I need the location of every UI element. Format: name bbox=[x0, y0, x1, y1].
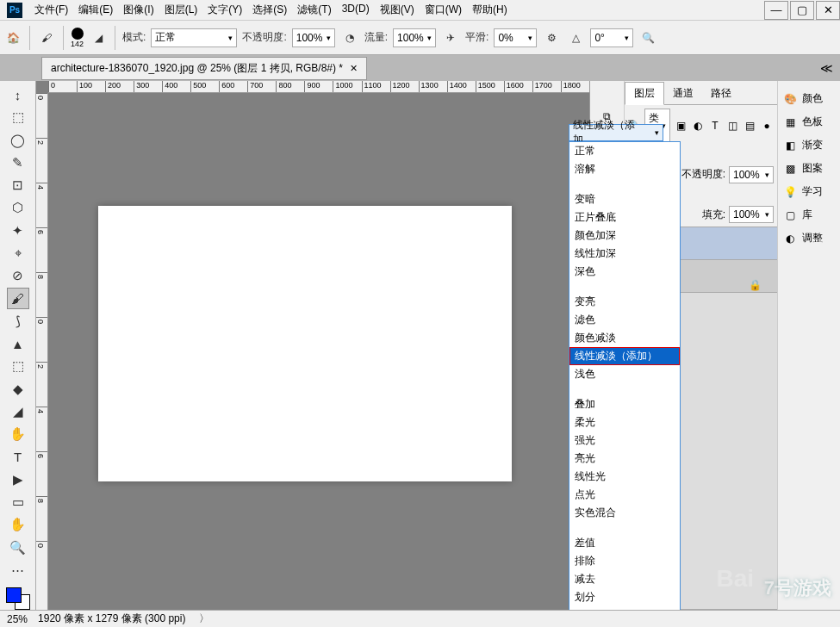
blend-mode-option[interactable]: 柔光 bbox=[569, 413, 680, 431]
tool-button[interactable]: ⬚ bbox=[7, 107, 29, 127]
minimize-button[interactable]: — bbox=[764, 1, 788, 20]
menu-item[interactable]: 文件(F) bbox=[29, 3, 73, 17]
zoom-level[interactable]: 25% bbox=[7, 613, 28, 625]
canvas-area[interactable]: 0100200300400500600700800900100011001200… bbox=[36, 81, 590, 610]
blend-mode-option[interactable]: 叠加 bbox=[569, 395, 680, 413]
tool-button[interactable]: ▭ bbox=[7, 492, 29, 512]
angle-input[interactable]: 0° bbox=[590, 28, 633, 47]
home-icon[interactable]: 🏠 bbox=[3, 28, 22, 47]
blend-mode-option[interactable]: 正常 bbox=[569, 142, 680, 160]
tool-button[interactable]: ⋯ bbox=[7, 560, 29, 580]
menu-item[interactable]: 编辑(E) bbox=[73, 3, 118, 17]
blend-mode-option[interactable]: 强光 bbox=[569, 431, 680, 450]
tool-button[interactable]: T bbox=[7, 446, 29, 467]
tool-button[interactable]: ✦ bbox=[7, 220, 29, 241]
tab-close-icon[interactable]: ✕ bbox=[350, 63, 358, 74]
tool-button[interactable]: ⬚ bbox=[7, 356, 29, 376]
layer-opacity-select[interactable]: 100% bbox=[729, 166, 774, 183]
tool-button[interactable]: ▲ bbox=[7, 333, 29, 354]
canvas[interactable] bbox=[98, 206, 512, 481]
blend-mode-option[interactable]: 浅色 bbox=[569, 365, 680, 383]
blend-mode-option[interactable]: 深色 bbox=[569, 263, 680, 281]
menu-item[interactable]: 3D(D) bbox=[337, 3, 375, 17]
tool-button[interactable]: ✎ bbox=[7, 152, 29, 173]
blend-mode-option[interactable]: 变暗 bbox=[569, 190, 680, 208]
panel-tab[interactable]: 路径 bbox=[702, 83, 740, 104]
blend-mode-option[interactable]: 正片叠底 bbox=[569, 208, 680, 227]
tool-button[interactable]: ◯ bbox=[7, 130, 29, 151]
tool-button[interactable]: ▶ bbox=[7, 469, 29, 490]
color-swatches[interactable] bbox=[6, 587, 30, 610]
menu-item[interactable]: 视图(V) bbox=[375, 3, 420, 17]
fill-select[interactable]: 100% bbox=[729, 206, 774, 223]
main-menu: 文件(F)编辑(E)图像(I)图层(L)文字(Y)选择(S)滤镜(T)3D(D)… bbox=[29, 3, 762, 17]
tool-button[interactable]: ◢ bbox=[7, 401, 29, 422]
blend-mode-option[interactable]: 减去 bbox=[569, 570, 680, 588]
tool-button[interactable]: ◆ bbox=[7, 379, 29, 400]
maximize-button[interactable]: ▢ bbox=[790, 1, 814, 20]
tool-button[interactable]: ⊡ bbox=[7, 175, 29, 196]
pressure-size-icon[interactable]: 🔍 bbox=[638, 28, 657, 47]
panel-shortcut[interactable]: 💡学习 bbox=[778, 181, 840, 202]
menu-item[interactable]: 窗口(W) bbox=[420, 3, 467, 17]
blend-mode-dropdown[interactable]: 正常溶解变暗正片叠底颜色加深线性加深深色变亮滤色颜色减淡线性减淡（添加）浅色叠加… bbox=[569, 141, 681, 624]
tool-button[interactable]: ⟆ bbox=[7, 311, 29, 332]
blend-mode-option[interactable]: 排除 bbox=[569, 552, 680, 570]
tool-button[interactable]: ✋ bbox=[7, 514, 29, 535]
panel-shortcut[interactable]: ▦色板 bbox=[778, 111, 840, 133]
angle-icon[interactable]: △ bbox=[566, 28, 585, 47]
blend-mode-option[interactable]: 线性加深 bbox=[569, 245, 680, 263]
opacity-select[interactable]: 100% bbox=[292, 28, 335, 47]
tool-button[interactable]: ✋ bbox=[7, 424, 29, 444]
brush-tool-icon[interactable]: 🖌 bbox=[37, 28, 56, 47]
menu-item[interactable]: 滤镜(T) bbox=[292, 3, 336, 17]
ps-logo-icon: Ps bbox=[7, 3, 22, 18]
panel-icon: ◐ bbox=[783, 233, 797, 245]
airbrush-icon[interactable]: ✈ bbox=[441, 28, 460, 47]
blend-mode-option[interactable]: 溶解 bbox=[569, 160, 680, 178]
blend-mode-option[interactable]: 线性光 bbox=[569, 468, 680, 486]
flow-select[interactable]: 100% bbox=[393, 28, 436, 47]
tool-button[interactable]: ⌖ bbox=[7, 243, 29, 264]
blend-dropdown-button[interactable]: 线性减淡（添加… bbox=[569, 124, 663, 141]
brush-preview[interactable]: 142 bbox=[71, 28, 84, 48]
pressure-opacity-icon[interactable]: ◔ bbox=[340, 28, 359, 47]
filter-icons[interactable]: ▣◐T◫▤● bbox=[674, 120, 774, 132]
blend-mode-option[interactable]: 划分 bbox=[569, 588, 680, 606]
panel-shortcut[interactable]: ◧渐变 bbox=[778, 134, 840, 156]
panel-shortcut[interactable]: ▢库 bbox=[778, 204, 840, 226]
menu-item[interactable]: 图层(L) bbox=[159, 3, 203, 17]
menu-item[interactable]: 帮助(H) bbox=[467, 3, 513, 17]
blend-mode-option[interactable]: 点光 bbox=[569, 486, 680, 504]
blend-mode-option[interactable]: 亮光 bbox=[569, 450, 680, 468]
blend-mode-option[interactable]: 颜色加深 bbox=[569, 227, 680, 245]
smooth-select[interactable]: 0% bbox=[494, 28, 537, 47]
document-tab[interactable]: architecture-1836070_1920.jpg @ 25% (图层 … bbox=[41, 57, 367, 80]
tabs-chevron-icon[interactable]: ≪ bbox=[820, 61, 833, 75]
gear-icon[interactable]: ⚙ bbox=[542, 28, 561, 47]
panel-tab[interactable]: 通道 bbox=[664, 83, 702, 104]
tool-button[interactable]: 🔍 bbox=[7, 537, 29, 557]
tool-button[interactable]: ↕ bbox=[7, 84, 29, 105]
menu-item[interactable]: 图像(I) bbox=[118, 3, 159, 17]
blend-mode-option[interactable]: 变亮 bbox=[569, 293, 680, 311]
ruler-vertical: 02468024680 bbox=[36, 93, 48, 610]
brush-settings-icon[interactable]: ◢ bbox=[89, 28, 108, 47]
status-chevron-icon[interactable]: 〉 bbox=[199, 611, 209, 626]
panel-shortcut[interactable]: ▩图案 bbox=[778, 158, 840, 179]
panel-shortcut[interactable]: ◐调整 bbox=[778, 227, 840, 249]
panel-tab[interactable]: 图层 bbox=[625, 82, 664, 105]
tool-button[interactable]: ⊘ bbox=[7, 265, 29, 286]
blend-mode-option[interactable]: 颜色减淡 bbox=[569, 329, 680, 347]
blend-mode-select[interactable]: 正常 bbox=[151, 28, 237, 47]
menu-item[interactable]: 文字(Y) bbox=[202, 3, 247, 17]
panel-shortcut[interactable]: 🎨颜色 bbox=[778, 88, 840, 109]
tool-button[interactable]: ⬡ bbox=[7, 197, 29, 218]
tool-button[interactable]: 🖌 bbox=[7, 288, 29, 308]
blend-mode-option[interactable]: 实色混合 bbox=[569, 504, 680, 522]
blend-mode-option[interactable]: 线性减淡（添加） bbox=[569, 347, 680, 365]
close-button[interactable]: ✕ bbox=[816, 1, 840, 20]
menu-item[interactable]: 选择(S) bbox=[247, 3, 292, 17]
blend-mode-option[interactable]: 差值 bbox=[569, 534, 680, 552]
blend-mode-option[interactable]: 滤色 bbox=[569, 311, 680, 329]
